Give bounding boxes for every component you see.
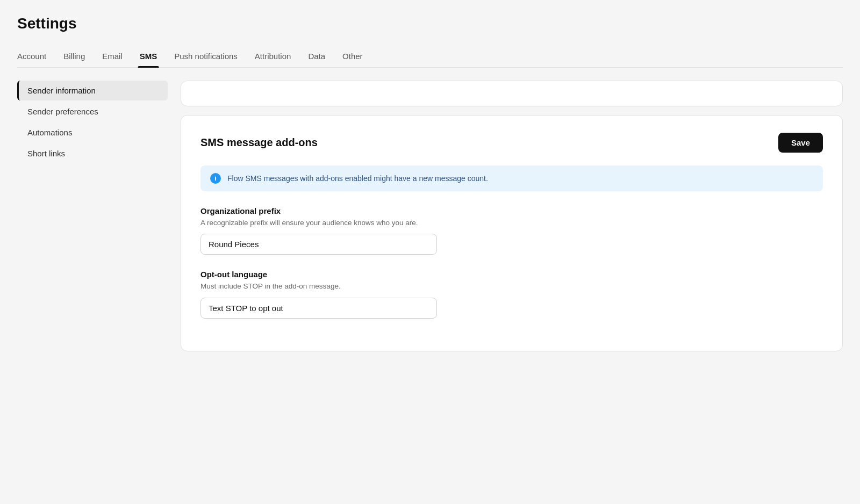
tab-push-notifications[interactable]: Push notifications [166,45,246,67]
sidebar-item-sender-preferences[interactable]: Sender preferences [17,102,168,121]
info-message: Flow SMS messages with add-ons enabled m… [227,174,488,183]
tab-attribution[interactable]: Attribution [246,45,300,67]
tab-billing[interactable]: Billing [55,45,94,67]
info-banner: i Flow SMS messages with add-ons enabled… [200,165,823,191]
opt-out-language-section: Opt-out language Must include STOP in th… [200,270,823,318]
tab-data[interactable]: Data [299,45,334,67]
card-header: SMS message add-ons Save [200,133,823,153]
opt-out-language-input[interactable] [200,298,437,319]
organizational-prefix-description: A recognizable prefix will ensure your a… [200,218,823,228]
main-content: SMS message add-ons Save i Flow SMS mess… [181,81,843,351]
top-card [181,81,843,106]
page-title: Settings [17,15,843,32]
sidebar-item-sender-information[interactable]: Sender information [17,81,168,100]
content-layout: Sender information Sender preferences Au… [17,81,843,351]
sidebar-item-automations[interactable]: Automations [17,123,168,142]
organizational-prefix-input[interactable] [200,234,437,255]
card-title: SMS message add-ons [200,136,318,149]
tab-other[interactable]: Other [334,45,371,67]
tab-sms[interactable]: SMS [131,45,166,67]
opt-out-language-label: Opt-out language [200,270,823,279]
opt-out-language-description: Must include STOP in the add-on message. [200,281,823,292]
tab-email[interactable]: Email [94,45,131,67]
sms-addons-card: SMS message add-ons Save i Flow SMS mess… [181,115,843,351]
organizational-prefix-section: Organizational prefix A recognizable pre… [200,206,823,255]
save-button[interactable]: Save [778,133,823,153]
sidebar-item-short-links[interactable]: Short links [17,143,168,163]
organizational-prefix-label: Organizational prefix [200,206,823,215]
info-icon: i [210,173,221,184]
sidebar: Sender information Sender preferences Au… [17,81,168,163]
nav-tabs: Account Billing Email SMS Push notificat… [17,45,843,68]
tab-account[interactable]: Account [17,45,55,67]
